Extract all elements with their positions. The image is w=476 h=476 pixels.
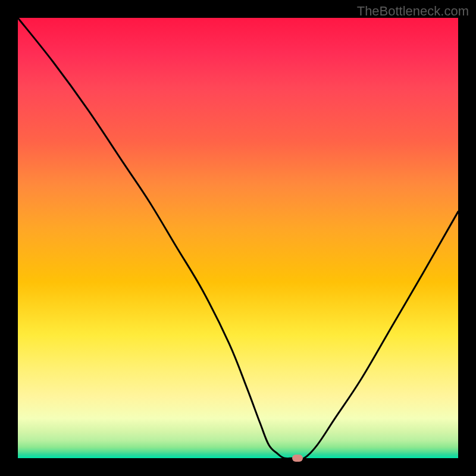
optimal-point-marker: [292, 455, 303, 462]
watermark-text: TheBottleneck.com: [357, 4, 469, 19]
bottleneck-curve: [18, 18, 458, 458]
